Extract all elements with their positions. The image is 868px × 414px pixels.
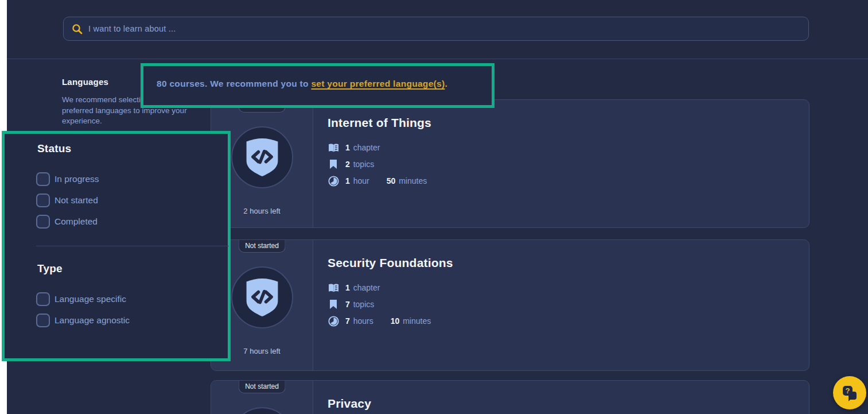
status-filter-title: Status: [37, 142, 228, 155]
course-thumbnail: [231, 126, 293, 188]
topics-row: 2 topics: [328, 157, 792, 171]
duration-row: 7 hours 10 minutes: [328, 314, 792, 328]
help-chat-question-icon: ?: [840, 384, 859, 402]
in-progress-checkbox[interactable]: [36, 172, 50, 186]
course-thumbnail: [231, 266, 293, 328]
filter-option-not-started[interactable]: Not started: [36, 194, 228, 207]
status-filter-group: In progress Not started Completed: [5, 172, 228, 229]
annotation-box-courses-banner: 80 courses. We recommend you to set your…: [141, 63, 495, 108]
courses-count-prefix: 80 courses. We recommend you to: [157, 79, 311, 88]
top-bar: [7, 0, 868, 59]
type-filter-group: Language specific Language agnostic: [5, 292, 228, 327]
code-shield-icon: [244, 138, 280, 177]
course-card-body: Internet of Things 1 chapter 2 topics 1 …: [313, 100, 809, 227]
bookmark-icon: [328, 159, 339, 169]
search-icon: [72, 24, 83, 34]
status-badge: Not started: [238, 381, 286, 393]
chapters-row: 1 chapter: [328, 141, 792, 154]
search-bar[interactable]: [63, 17, 809, 41]
not-started-checkbox[interactable]: [36, 194, 50, 207]
course-thumbnail: [231, 407, 293, 414]
duration-row: 1 hour 50 minutes: [328, 174, 792, 188]
filter-option-language-agnostic[interactable]: Language agnostic: [36, 314, 228, 327]
course-meta: 1 chapter 7 topics 7 hours 10 minutes: [328, 281, 792, 328]
filter-option-completed[interactable]: Completed: [36, 215, 228, 229]
course-card-body: Security Foundations 1 chapter 7 topics …: [313, 240, 809, 370]
course-list: Not started 2 hours left Internet of Thi…: [211, 99, 809, 414]
language-agnostic-checkbox[interactable]: [36, 314, 50, 327]
course-card-left-panel: Not started: [211, 381, 313, 414]
course-title: Privacy: [328, 397, 792, 411]
course-title: Internet of Things: [328, 116, 792, 130]
filter-divider: [36, 246, 229, 246]
filter-option-in-progress[interactable]: In progress: [36, 172, 228, 186]
chapters-row: 1 chapter: [328, 281, 792, 295]
course-card[interactable]: Not started 2 hours left Internet of Thi…: [211, 99, 809, 228]
svg-text:?: ?: [846, 386, 850, 395]
time-left-label: 7 hours left: [243, 347, 280, 355]
book-icon: [328, 143, 339, 153]
book-icon: [328, 283, 339, 293]
course-title: Security Foundations: [328, 256, 792, 270]
course-card-body: Privacy: [313, 381, 809, 414]
language-specific-checkbox[interactable]: [36, 292, 50, 306]
course-meta: 1 chapter 2 topics 1 hour 50 minutes: [328, 141, 792, 188]
annotation-box-filters: Status In progress Not started Completed…: [2, 131, 231, 361]
help-button[interactable]: ?: [833, 376, 866, 409]
bookmark-icon: [328, 299, 339, 309]
status-badge: Not started: [238, 240, 286, 253]
filter-option-language-specific[interactable]: Language specific: [36, 292, 228, 306]
courses-count-suffix: .: [445, 79, 447, 88]
code-shield-icon: [244, 278, 280, 317]
courses-count-text: 80 courses. We recommend you to set your…: [157, 79, 447, 89]
search-input[interactable]: [88, 24, 800, 33]
clock-icon: [328, 316, 339, 327]
course-card[interactable]: Not started 7 hours left Security Founda…: [211, 239, 809, 371]
type-filter-title: Type: [37, 262, 228, 275]
completed-checkbox[interactable]: [36, 215, 50, 229]
course-card[interactable]: Not started Privacy: [211, 380, 809, 414]
clock-icon: [328, 176, 339, 187]
topics-row: 7 topics: [328, 297, 792, 311]
set-preferred-language-link[interactable]: set your preferred language(s): [311, 79, 445, 88]
time-left-label: 2 hours left: [243, 207, 280, 215]
